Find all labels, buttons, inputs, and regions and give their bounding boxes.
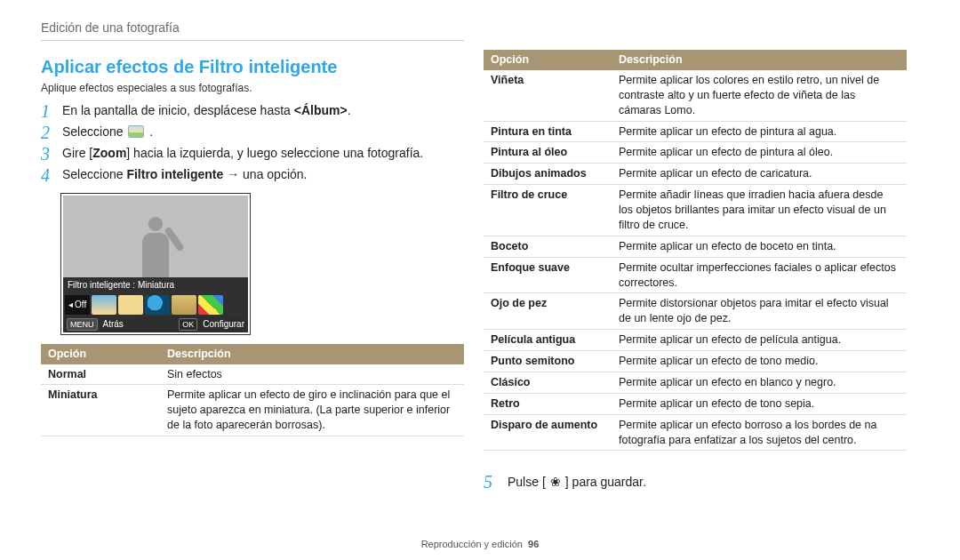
step-number: 2 xyxy=(41,124,62,141)
steps-list: 1 En la pantalla de inicio, desplácese h… xyxy=(41,100,464,184)
camera-ui-preview: Filtro inteligente : Miniatura ◂ Off MEN… xyxy=(60,193,251,335)
opt-name: Disparo de aumento xyxy=(484,414,612,451)
opt-name: Punto semitono xyxy=(484,351,612,372)
options-table-left: Opción Descripción Normal Sin efectos Mi… xyxy=(41,344,464,436)
opt-name: Miniatura xyxy=(41,385,160,436)
silhouette-icon xyxy=(138,217,173,277)
step-number: 3 xyxy=(41,145,62,163)
opt-desc: Permite aplicar un efecto de giro e incl… xyxy=(160,385,464,436)
filter-thumb-1 xyxy=(92,295,116,315)
opt-desc: Permite aplicar un efecto en blanco y ne… xyxy=(612,372,907,393)
table-row: Miniatura Permite aplicar un efecto de g… xyxy=(41,385,464,436)
page-title: Aplicar efectos de Filtro inteligente xyxy=(41,55,464,79)
table-row: RetroPermite aplicar un efecto de tono s… xyxy=(484,393,907,414)
filter-off-chip: ◂ Off xyxy=(65,295,90,315)
opt-desc: Permite aplicar un efecto de tono medio. xyxy=(612,351,907,372)
back-label: Atrás xyxy=(103,318,124,331)
col-description: Descripción xyxy=(612,50,907,70)
col-option: Opción xyxy=(484,50,612,70)
step-2-text-pre: Seleccione xyxy=(62,124,126,139)
filter-thumb-4 xyxy=(172,295,196,315)
filter-label: Filtro inteligente : Miniatura xyxy=(63,277,248,293)
filter-strip: ◂ Off xyxy=(63,293,248,316)
opt-desc: Permite aplicar los colores en estilo re… xyxy=(612,70,907,121)
table-row: Ojo de pezPermite distorsionar objetos p… xyxy=(484,293,907,330)
opt-name: Retro xyxy=(484,393,612,414)
step-5-text-pre: Pulse [ xyxy=(508,474,546,491)
opt-name: Pintura en tinta xyxy=(484,121,612,142)
step-number: 1 xyxy=(41,102,62,120)
opt-name: Filtro de cruce xyxy=(484,185,612,236)
opt-name: Ojo de pez xyxy=(484,293,612,330)
step-1-text-pre: En la pantalla de inicio, desplácese has… xyxy=(62,103,294,117)
opt-desc: Permite aplicar un efecto de tono sepia. xyxy=(612,393,907,414)
opt-desc: Permite aplicar un efecto de caricatura. xyxy=(612,164,907,185)
step-5: 5 Pulse [❀] para guardar. xyxy=(484,470,907,494)
footer-section: Reproducción y edición xyxy=(421,539,523,549)
step-number: 4 xyxy=(41,166,62,184)
filter-thumb-2 xyxy=(118,295,143,315)
step-4: 4 Seleccione Filtro inteligente → una op… xyxy=(41,164,464,184)
opt-desc: Sin efectos xyxy=(160,364,464,385)
page-footer: Reproducción y edición 96 xyxy=(0,538,960,551)
table-row: ViñetaPermite aplicar los colores en est… xyxy=(484,70,907,121)
section-header: Edición de una fotografía xyxy=(41,20,464,41)
step-4-text-post: → una opción. xyxy=(223,167,307,181)
opt-desc: Permite ocultar imperfecciones faciales … xyxy=(612,257,907,293)
off-label: Off xyxy=(75,299,86,311)
preview-photo-area xyxy=(63,196,248,277)
table-row: Filtro de crucePermite añadir líneas que… xyxy=(484,185,907,236)
table-row: Disparo de aumentoPermite aplicar un efe… xyxy=(484,414,907,451)
opt-name: Viñeta xyxy=(484,70,612,121)
col-option: Opción xyxy=(41,344,160,364)
album-thumb-icon xyxy=(128,125,144,138)
footer-page: 96 xyxy=(528,539,539,549)
filter-thumb-3 xyxy=(145,295,170,315)
step-1-album: <Álbum> xyxy=(294,103,348,117)
filter-thumb-5 xyxy=(198,295,223,315)
step-3-text-pre: Gire [ xyxy=(62,146,92,160)
table-row: Dibujos animadosPermite aplicar un efect… xyxy=(484,164,907,185)
table-row: Enfoque suavePermite ocultar imperfeccio… xyxy=(484,257,907,293)
step-4-text-pre: Seleccione xyxy=(62,167,126,181)
opt-name: Boceto xyxy=(484,236,612,257)
step-2: 2 Seleccione . xyxy=(41,122,464,141)
chevron-left-icon: ◂ xyxy=(68,299,73,311)
col-description: Descripción xyxy=(160,344,464,364)
step-1-text-post: . xyxy=(348,103,351,117)
opt-desc: Permite aplicar un efecto borroso a los … xyxy=(612,414,907,451)
opt-desc: Permite aplicar un efecto de pintura al … xyxy=(612,142,907,164)
opt-name: Enfoque suave xyxy=(484,257,612,293)
opt-name: Normal xyxy=(41,364,160,385)
step-3: 3 Gire [Zoom] hacia la izquierda, y lueg… xyxy=(41,143,464,163)
opt-name: Clásico xyxy=(484,372,612,393)
opt-name: Dibujos animados xyxy=(484,164,612,185)
opt-desc: Permite aplicar un efecto de pintura al … xyxy=(612,121,907,142)
step-3-text-post: ] hacia la izquierda, y luego seleccione… xyxy=(126,146,423,160)
table-row: BocetoPermite aplicar un efecto de bocet… xyxy=(484,236,907,257)
step-2-text-post: . xyxy=(149,124,153,139)
opt-desc: Permite distorsionar objetos para imitar… xyxy=(612,293,907,330)
opt-desc: Permite aplicar un efecto de boceto en t… xyxy=(612,236,907,257)
opt-name: Pintura al óleo xyxy=(484,142,612,164)
table-row: Punto semitonoPermite aplicar un efecto … xyxy=(484,351,907,372)
opt-name: Película antigua xyxy=(484,330,612,351)
step-5-text-post: ] para guardar. xyxy=(565,474,646,491)
table-row: Pintura en tintaPermite aplicar un efect… xyxy=(484,121,907,142)
table-row: Pintura al óleoPermite aplicar un efecto… xyxy=(484,142,907,164)
step-1: 1 En la pantalla de inicio, desplácese h… xyxy=(41,100,464,120)
table-row: Normal Sin efectos xyxy=(41,364,464,385)
step-number: 5 xyxy=(484,470,505,494)
step-3-zoom: Zoom xyxy=(92,146,126,160)
intro-text: Aplique efectos especiales a sus fotogra… xyxy=(41,81,464,95)
preview-bottom-bar: MENU Atrás OK Configurar xyxy=(63,316,248,332)
ok-button: OK xyxy=(179,318,197,331)
table-row: ClásicoPermite aplicar un efecto en blan… xyxy=(484,372,907,393)
macro-flower-icon: ❀ xyxy=(548,474,563,491)
options-table-right: Opción Descripción ViñetaPermite aplicar… xyxy=(484,50,907,451)
config-label: Configurar xyxy=(203,318,244,331)
opt-desc: Permite añadir líneas que irradien hacia… xyxy=(612,185,907,236)
menu-button: MENU xyxy=(67,318,98,331)
step-4-bold: Filtro inteligente xyxy=(126,167,223,181)
opt-desc: Permite aplicar un efecto de película an… xyxy=(612,330,907,351)
